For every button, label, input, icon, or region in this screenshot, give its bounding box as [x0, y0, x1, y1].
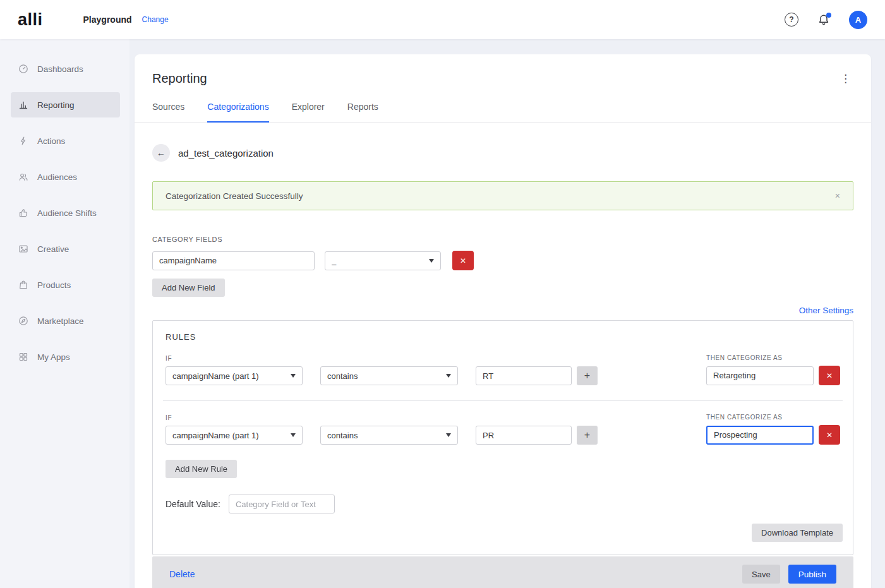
success-banner-message: Categorization Created Successfully [166, 191, 303, 201]
sidebar-item-label: Marketplace [37, 316, 84, 326]
then-categorize-as-label: THEN CATEGORIZE AS [706, 414, 840, 421]
categorization-name: ad_test_categorization [178, 148, 274, 159]
download-template-button[interactable]: Download Template [752, 524, 843, 542]
delete-rule-button[interactable]: ✕ [819, 425, 840, 445]
sidebar-item-audience-shifts[interactable]: Audience Shifts [11, 200, 120, 225]
add-condition-button[interactable]: + [577, 426, 598, 445]
sidebar-item-creative[interactable]: Creative [11, 236, 120, 261]
apps-grid-icon [18, 352, 28, 362]
main-area: Reporting ⋮ Sources Categorizations Expl… [129, 39, 885, 588]
rule-field-select-value: campaignName (part 1) [172, 431, 284, 440]
back-button[interactable]: ← [152, 144, 170, 162]
sidebar-item-label: Creative [37, 244, 69, 254]
rules-box: RULES IF campaignName (part 1) [152, 320, 853, 555]
workspace-name: Playground [83, 15, 132, 25]
back-arrow-icon: ← [157, 148, 166, 158]
if-label: IF [166, 414, 598, 421]
rule-operator-select[interactable]: contains [320, 366, 458, 385]
top-bar: alli Playground Change ? A [0, 0, 885, 39]
compass-icon [18, 316, 28, 326]
page-title: Reporting [152, 71, 207, 86]
delete-link[interactable]: Delete [169, 569, 195, 579]
chevron-down-icon [291, 374, 296, 378]
rule-value-input[interactable] [476, 426, 572, 445]
rule-field-select[interactable]: campaignName (part 1) [166, 366, 303, 385]
rule-field-select[interactable]: campaignName (part 1) [166, 426, 303, 445]
banner-close-icon[interactable]: × [835, 191, 840, 201]
avatar[interactable]: A [849, 11, 867, 29]
chevron-down-icon [291, 433, 296, 437]
publish-button[interactable]: Publish [788, 565, 836, 584]
then-categorize-as-label: THEN CATEGORIZE AS [706, 354, 840, 361]
sidebar-item-label: Audience Shifts [37, 208, 97, 218]
topbar-actions: ? A [785, 11, 867, 29]
category-field-row: _ ✕ [152, 251, 853, 270]
sidebar-item-my-apps[interactable]: My Apps [11, 344, 120, 369]
bar-chart-icon [18, 100, 28, 110]
sidebar-item-reporting[interactable]: Reporting [11, 92, 120, 117]
default-value-label: Default Value: [166, 499, 220, 509]
delete-field-button[interactable]: ✕ [452, 251, 474, 270]
rules-heading: RULES [166, 332, 843, 342]
save-button[interactable]: Save [742, 565, 780, 584]
category-fields-heading: CATEGORY FIELDS [152, 236, 853, 243]
sidebar-item-audiences[interactable]: Audiences [11, 164, 120, 189]
rule-category-input[interactable] [706, 366, 814, 385]
rule-category-input-focused[interactable] [706, 426, 814, 445]
image-icon [18, 244, 28, 254]
sidebar-item-marketplace[interactable]: Marketplace [11, 308, 120, 333]
chevron-down-icon [446, 433, 451, 437]
success-banner: Categorization Created Successfully × [152, 181, 853, 210]
thumbs-up-icon [18, 208, 28, 218]
rule-operator-select-value: contains [327, 431, 440, 440]
reporting-card: Reporting ⋮ Sources Categorizations Expl… [135, 54, 871, 588]
sidebar-item-dashboards[interactable]: Dashboards [11, 56, 120, 81]
rule-value-input[interactable] [476, 366, 572, 385]
app-logo[interactable]: alli [18, 10, 43, 30]
rule-operator-select[interactable]: contains [320, 426, 458, 445]
lightning-icon [18, 136, 28, 146]
dashboard-icon [18, 64, 28, 74]
action-footer: Delete Save Publish [152, 556, 853, 588]
add-new-rule-button[interactable]: Add New Rule [166, 460, 237, 478]
tab-sources[interactable]: Sources [152, 102, 184, 122]
sidebar-item-label: Actions [37, 136, 65, 146]
default-value-row: Default Value: [166, 495, 843, 513]
sidebar: Dashboards Reporting Actions Audiences A… [0, 39, 129, 588]
add-new-field-button[interactable]: Add New Field [152, 279, 225, 297]
separator-select[interactable]: _ [325, 251, 441, 270]
help-icon[interactable]: ? [785, 13, 798, 27]
workspace-change-link[interactable]: Change [142, 15, 169, 24]
tab-bar: Sources Categorizations Explorer Reports [135, 102, 871, 123]
rule-field-select-value: campaignName (part 1) [172, 371, 284, 381]
sidebar-item-label: Products [37, 280, 71, 290]
notifications-bell-icon[interactable] [817, 14, 830, 26]
rule-row: IF campaignName (part 1) contains [163, 401, 843, 445]
tab-reports[interactable]: Reports [347, 102, 378, 122]
category-field-input[interactable] [152, 251, 315, 270]
kebab-menu-icon[interactable]: ⋮ [836, 71, 855, 87]
shopping-bag-icon [18, 280, 28, 290]
sidebar-item-actions[interactable]: Actions [11, 128, 120, 153]
chevron-down-icon [429, 259, 434, 263]
people-icon [18, 172, 28, 182]
tab-explorer[interactable]: Explorer [292, 102, 325, 122]
sidebar-item-label: My Apps [37, 352, 70, 362]
notification-badge [826, 13, 831, 18]
rule-operator-select-value: contains [327, 371, 440, 381]
sidebar-item-products[interactable]: Products [11, 272, 120, 297]
other-settings-link[interactable]: Other Settings [799, 306, 853, 315]
sidebar-item-label: Dashboards [37, 64, 83, 74]
sidebar-item-label: Audiences [37, 172, 77, 182]
default-value-input[interactable] [229, 495, 335, 513]
tab-categorizations[interactable]: Categorizations [207, 102, 268, 123]
delete-rule-button[interactable]: ✕ [819, 366, 840, 385]
rule-row: IF campaignName (part 1) contains [163, 342, 843, 401]
if-label: IF [166, 355, 598, 362]
sidebar-item-label: Reporting [37, 100, 75, 110]
chevron-down-icon [446, 374, 451, 378]
separator-select-value: _ [332, 256, 423, 265]
add-condition-button[interactable]: + [577, 366, 598, 385]
